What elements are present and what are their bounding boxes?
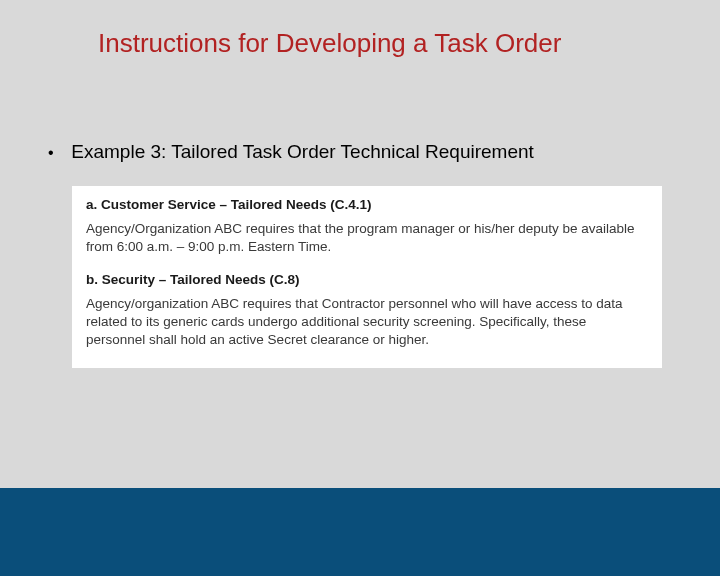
bullet-marker: • xyxy=(48,144,66,162)
slide: Instructions for Developing a Task Order… xyxy=(0,0,720,576)
bullet-item: • Example 3: Tailored Task Order Technic… xyxy=(48,141,534,163)
page-title: Instructions for Developing a Task Order xyxy=(98,28,561,59)
footer-band xyxy=(0,488,720,576)
section-a-heading: a. Customer Service – Tailored Needs (C.… xyxy=(86,196,648,214)
section-b-body: Agency/organization ABC requires that Co… xyxy=(86,295,648,350)
section-b-heading: b. Security – Tailored Needs (C.8) xyxy=(86,271,648,289)
section-a-body: Agency/Organization ABC requires that th… xyxy=(86,220,648,256)
bullet-text: Example 3: Tailored Task Order Technical… xyxy=(71,141,534,162)
inset-content: a. Customer Service – Tailored Needs (C.… xyxy=(72,186,662,368)
